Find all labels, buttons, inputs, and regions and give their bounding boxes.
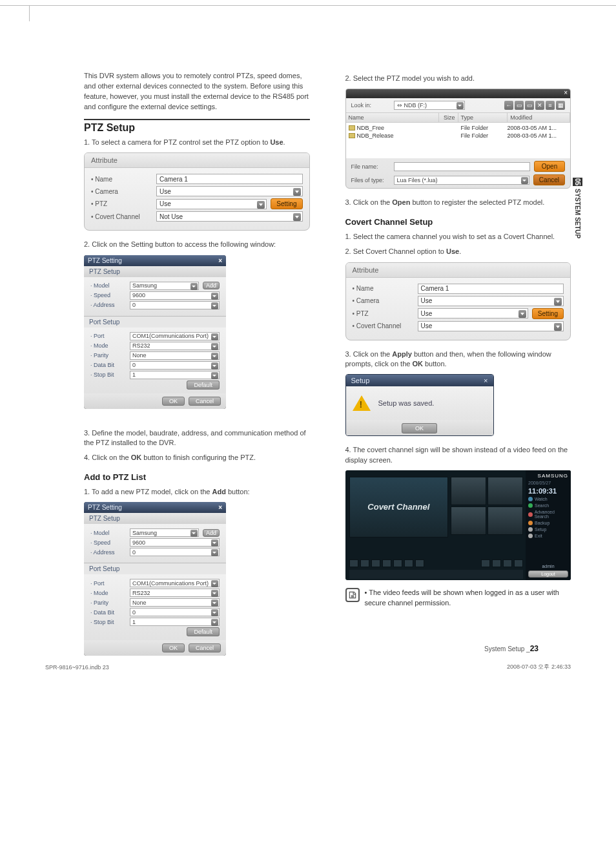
close-icon[interactable]: ×	[218, 257, 222, 264]
speed-combo[interactable]: 9600	[130, 291, 220, 300]
port-setup-sub: Port Setup	[84, 316, 226, 328]
lookin-combo[interactable]: ⇔NDB (F:)	[394, 101, 465, 110]
folder-icon	[349, 133, 355, 138]
file-list[interactable]: NDB_Free File Folder 2008-03-05 AM 1... …	[346, 123, 571, 158]
address-combo[interactable]: 0	[130, 301, 220, 309]
cov-step3: 3. Click on the Apply button and then, w…	[345, 349, 571, 370]
file-row[interactable]: NDB_Release File Folder 2008-03-05 AM 1.…	[349, 132, 568, 140]
attr-label-name: Name	[91, 176, 152, 183]
filename-label: File name:	[351, 163, 390, 170]
attr2-camera-combo[interactable]: Use	[418, 296, 564, 306]
close-icon[interactable]: ×	[484, 377, 488, 384]
attribute-panel-2: Attribute NameCamera 1 CameraUse PTZUseS…	[345, 262, 571, 340]
nav-detail-icon[interactable]: ▦	[556, 101, 565, 110]
filename-input[interactable]	[394, 162, 531, 171]
add-button[interactable]: Add	[203, 529, 220, 537]
note-icon	[345, 588, 360, 602]
attr2-covert-combo[interactable]: Use	[418, 321, 564, 331]
status-bar	[349, 570, 524, 579]
mode-combo[interactable]: RS232	[130, 589, 220, 597]
clock: 11:09:31	[528, 487, 568, 495]
ptz-step2: 2. Click on the Setting button to access…	[84, 240, 310, 249]
lookin-label: Look in:	[351, 102, 390, 109]
menu-search[interactable]: Search	[528, 503, 568, 508]
attr-ptz-combo[interactable]: Use	[156, 199, 267, 209]
nav-up-icon[interactable]: ▭	[515, 101, 524, 110]
side-menu: SAMSUNG 2008/05/27 11:09:31 Watch Search…	[526, 470, 571, 580]
logout-button[interactable]: Logout	[528, 570, 568, 578]
open-button[interactable]: Open	[534, 161, 565, 172]
nav-list-icon[interactable]: ≡	[546, 101, 555, 110]
attr2-setting-button[interactable]: Setting	[532, 308, 564, 319]
cancel-button[interactable]: Cancel	[533, 174, 565, 185]
cov-step4: 4. The covert channel sign will be shown…	[345, 445, 571, 465]
ptz-setting-dialog-2: PTZ Setting × PTZ Setup ModelSamsungAdd …	[84, 502, 226, 656]
ok-button[interactable]: OK	[162, 643, 185, 652]
model-combo[interactable]: Samsung	[130, 282, 199, 290]
footer-left: SPR-9816~9716.indb 23	[45, 664, 109, 671]
video-tile	[451, 477, 486, 505]
menu-backup[interactable]: Backup	[528, 521, 568, 525]
menu-setup[interactable]: Setup	[528, 527, 568, 532]
attr-camera-combo[interactable]: Use	[156, 186, 303, 196]
cov-step2: 2. Set Covert Channel option to Use.	[345, 247, 571, 256]
setup-ok-button[interactable]: OK	[402, 423, 437, 433]
menu-advsearch[interactable]: Advanced Search	[528, 510, 568, 519]
menu-exit[interactable]: Exit	[528, 534, 568, 538]
parity-combo[interactable]: None	[130, 598, 220, 607]
setup-dialog-title: Setup	[351, 377, 370, 384]
default-button[interactable]: Default	[187, 627, 220, 636]
ptz-setup-heading: PTZ Setup	[84, 119, 310, 134]
add-button[interactable]: Add	[203, 282, 220, 289]
attr-label-ptz: PTZ	[91, 200, 152, 207]
port-combo[interactable]: COM1(Communications Port)	[130, 332, 220, 340]
address-combo[interactable]: 0	[130, 548, 220, 556]
cov-step1: 1. Select the camera channel you wish to…	[345, 232, 571, 242]
col-type[interactable]: Type	[458, 113, 508, 122]
parity-combo[interactable]: None	[130, 351, 220, 360]
page-label: System Setup _23	[484, 644, 539, 653]
speed-combo[interactable]: 9600	[130, 538, 220, 547]
model-combo[interactable]: Samsung	[130, 528, 199, 537]
intro-text: This DVR system allows you to remotely c…	[84, 71, 310, 112]
file-row[interactable]: NDB_Free File Folder 2008-03-05 AM 1...	[349, 124, 568, 132]
nav-del-icon[interactable]: ✕	[535, 101, 544, 110]
col-modified[interactable]: Modified	[508, 113, 570, 122]
covert-tile: Covert Channel	[349, 477, 449, 537]
port-combo[interactable]: COM1(Communications Port)	[130, 579, 220, 587]
ok-button[interactable]: OK	[162, 397, 185, 406]
nav-new-icon[interactable]: ▭	[525, 101, 534, 110]
stopbit-combo[interactable]: 1	[130, 618, 220, 626]
databit-combo[interactable]: 0	[130, 361, 220, 370]
close-icon[interactable]: ×	[564, 89, 568, 96]
databit-combo[interactable]: 0	[130, 608, 220, 616]
ptz-step1: 1. To select a camera for PTZ control se…	[84, 138, 310, 147]
cancel-button[interactable]: Cancel	[189, 643, 221, 652]
col-name[interactable]: Name	[346, 113, 439, 122]
video-tile	[488, 506, 523, 535]
attr-name-field[interactable]: Camera 1	[156, 174, 303, 184]
default-button[interactable]: Default	[187, 381, 220, 390]
cancel-button[interactable]: Cancel	[189, 397, 221, 406]
attr-setting-button[interactable]: Setting	[271, 198, 302, 209]
ptz-step4: 4. Click on the OK button to finish conf…	[84, 453, 310, 463]
menu-watch[interactable]: Watch	[528, 497, 568, 501]
side-tab: 05 SYSTEM SETUP	[573, 178, 582, 238]
video-tile	[488, 477, 523, 505]
filetype-combo[interactable]: Lua Files (*.lua)	[394, 176, 529, 185]
nav-back-icon[interactable]: ←	[504, 101, 513, 110]
stopbit-combo[interactable]: 1	[130, 371, 220, 379]
col-size[interactable]: Size	[439, 113, 458, 122]
footer-right: 2008-07-03 오후 2:46:33	[507, 663, 571, 671]
attr2-name-field[interactable]: Camera 1	[418, 284, 564, 294]
right-step3: 3. Click on the Open button to register …	[345, 198, 571, 207]
brand-logo: SAMSUNG	[528, 473, 568, 479]
close-icon[interactable]: ×	[218, 504, 222, 511]
attr2-ptz-combo[interactable]: Use	[418, 308, 528, 318]
ptz-setting-dialog-1: PTZ Setting × PTZ Setup Model Samsung Ad…	[84, 255, 226, 409]
note: • The video feeds will be shown when log…	[345, 588, 571, 608]
attr-covert-combo[interactable]: Not Use	[156, 211, 303, 222]
attribute-title: Attribute	[85, 153, 309, 168]
mode-combo[interactable]: RS232	[130, 342, 220, 350]
attribute-panel-1: Attribute Name Camera 1 Camera Use PTZ U…	[84, 152, 310, 231]
